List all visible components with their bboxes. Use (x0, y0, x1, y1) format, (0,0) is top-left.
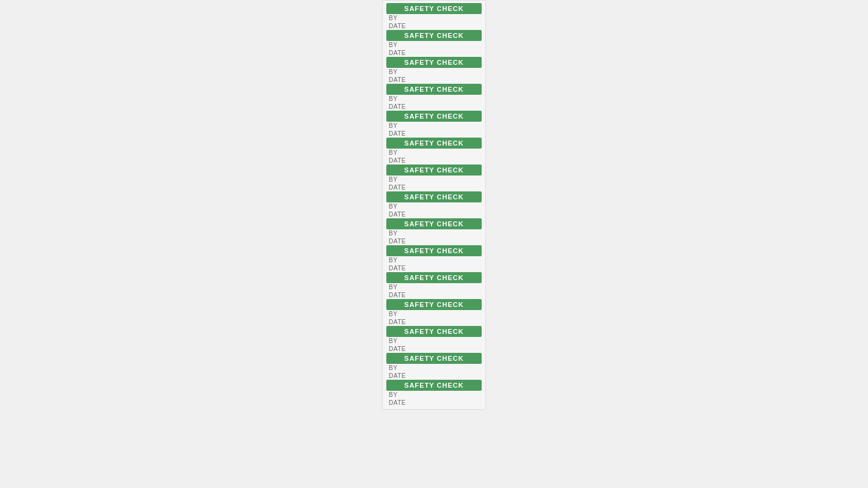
date-field: DATE (386, 291, 482, 299)
by-field: BY (386, 176, 482, 183)
by-field: BY (386, 149, 482, 157)
safety-block: SAFETY CHECK BY DATE (386, 30, 482, 57)
by-field: BY (386, 41, 482, 49)
date-field: DATE (386, 76, 482, 84)
date-field: DATE (386, 264, 482, 272)
safety-check-header: SAFETY CHECK (386, 326, 482, 337)
safety-block: SAFETY CHECK BY DATE (386, 380, 482, 407)
date-field: DATE (386, 49, 482, 57)
by-field: BY (386, 391, 482, 399)
by-field: BY (386, 202, 482, 210)
safety-check-header: SAFETY CHECK (386, 245, 482, 256)
by-field: BY (386, 256, 482, 264)
safety-check-header: SAFETY CHECK (386, 380, 482, 391)
by-field: BY (386, 14, 482, 22)
by-field: BY (386, 122, 482, 130)
safety-block: SAFETY CHECK BY DATE (386, 3, 482, 30)
safety-block: SAFETY CHECK BY DATE (386, 245, 482, 272)
by-field: BY (386, 68, 482, 76)
safety-check-header: SAFETY CHECK (386, 299, 482, 310)
safety-check-header: SAFETY CHECK (386, 272, 482, 283)
by-field: BY (386, 283, 482, 291)
safety-block: SAFETY CHECK BY DATE (386, 138, 482, 165)
by-field: BY (386, 95, 482, 103)
date-field: DATE (386, 157, 482, 165)
safety-check-header: SAFETY CHECK (386, 353, 482, 364)
date-field: DATE (386, 237, 482, 245)
safety-check-header: SAFETY CHECK (386, 191, 482, 202)
safety-block: SAFETY CHECK BY DATE (386, 326, 482, 353)
date-field: DATE (386, 130, 482, 138)
date-field: DATE (386, 103, 482, 111)
safety-check-header: SAFETY CHECK (386, 30, 482, 41)
date-field: DATE (386, 22, 482, 30)
by-field: BY (386, 364, 482, 372)
date-field: DATE (386, 210, 482, 218)
date-field: DATE (386, 318, 482, 326)
safety-check-header: SAFETY CHECK (386, 3, 482, 14)
date-field: DATE (386, 345, 482, 353)
by-field: BY (386, 229, 482, 237)
safety-check-header: SAFETY CHECK (386, 218, 482, 229)
safety-block: SAFETY CHECK BY DATE (386, 272, 482, 299)
safety-check-header: SAFETY CHECK (386, 165, 482, 176)
safety-block: SAFETY CHECK BY DATE (386, 353, 482, 380)
safety-block: SAFETY CHECK BY DATE (386, 84, 482, 111)
safety-block: SAFETY CHECK BY DATE (386, 191, 482, 218)
safety-check-header: SAFETY CHECK (386, 111, 482, 122)
card-strip: SAFETY CHECK BY DATE SAFETY CHECK BY DAT… (382, 0, 486, 410)
safety-block: SAFETY CHECK BY DATE (386, 218, 482, 245)
by-field: BY (386, 310, 482, 318)
safety-check-header: SAFETY CHECK (386, 138, 482, 149)
page-container: SAFETY CHECK BY DATE SAFETY CHECK BY DAT… (0, 0, 868, 488)
date-field: DATE (386, 372, 482, 380)
safety-block: SAFETY CHECK BY DATE (386, 111, 482, 138)
safety-check-header: SAFETY CHECK (386, 57, 482, 68)
safety-block: SAFETY CHECK BY DATE (386, 57, 482, 84)
safety-block: SAFETY CHECK BY DATE (386, 299, 482, 326)
date-field: DATE (386, 183, 482, 191)
safety-block: SAFETY CHECK BY DATE (386, 165, 482, 191)
by-field: BY (386, 337, 482, 345)
date-field: DATE (386, 399, 482, 407)
safety-check-header: SAFETY CHECK (386, 84, 482, 95)
